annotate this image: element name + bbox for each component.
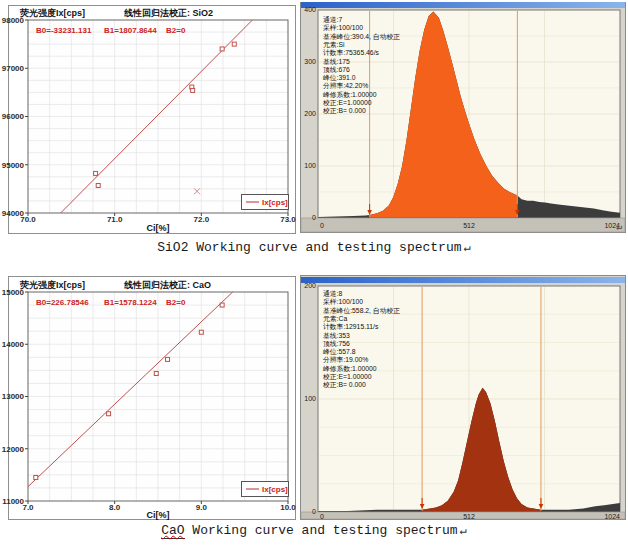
spectrum-info-line: 基准峰位:390.4, 自动校正: [323, 33, 400, 41]
coefficient-b2: B2=0: [166, 298, 186, 307]
spectrum-info-line: 顶线:756: [323, 340, 350, 348]
title-bar: [301, 2, 625, 8]
spectrum-info-line: 元素:Ca: [323, 315, 347, 322]
sio2-working-curve-panel: 70.071.072.073.0940009500096000970009800…: [8, 5, 296, 234]
y-tick-label: 11000: [2, 497, 24, 506]
spectrum-info-line: 元素:Si: [323, 41, 345, 48]
y-tick-label: 12000: [2, 445, 25, 454]
spectrum-info-line: 采样:100/100: [323, 24, 363, 31]
data-point: [166, 357, 170, 361]
paragraph-return-mark: ↵: [460, 524, 467, 538]
cao-testing-spectrum-panel: 051210240100200通道:8采样:100/100基准峰位:558.2,…: [300, 275, 626, 520]
x-axis-label: Ci[%]: [147, 223, 170, 233]
spectrum-info-line: 分辨率:42.20%: [323, 82, 368, 89]
spectrum-info-line: 校正:B= 0.000: [322, 381, 366, 389]
caption-cao-word: CaO: [161, 523, 184, 539]
x-tick-label: 0: [320, 513, 324, 520]
spectrum-info-line: 校正:B= 0.000: [322, 107, 366, 115]
spectrum-info-line: 采样:100/100: [323, 298, 363, 305]
y-tick-label: 100: [304, 395, 316, 402]
coefficient-b0: B0=226.78546: [36, 298, 89, 307]
spectrum-info-line: 峰修系数:1.00000: [323, 91, 377, 99]
data-point: [220, 47, 224, 51]
spectrum-info-line: 顶线:676: [323, 66, 350, 74]
data-point: [191, 88, 195, 92]
caption-cao: CaO Working curve and testing spectrum↵: [0, 523, 628, 538]
cao-spectrum-chart: 051210240100200通道:8采样:100/100基准峰位:558.2,…: [300, 275, 626, 520]
cao-spectrum-render: 051210240100200通道:8采样:100/100基准峰位:558.2,…: [301, 276, 626, 520]
caption-cao-text: Working curve and testing spectrum: [185, 523, 458, 538]
data-point: [232, 42, 236, 46]
legend-label: Ix[cps]: [262, 198, 288, 207]
x-tick-label: 512: [463, 222, 475, 229]
spectrum-info-line: 峰位:557.8: [323, 348, 356, 355]
spectrum-info-line: 峰修系数:1.00000: [323, 365, 377, 373]
cao-working-curve-chart: 7.08.09.010.01100012000130001400015000 荧…: [8, 276, 296, 520]
y-axis-title: 荧光强度Ix[cps]: [19, 280, 85, 290]
y-tick-label: 0: [312, 214, 316, 221]
coefficient-b1: B1=1578.1224: [104, 298, 157, 307]
data-point: [94, 171, 98, 175]
x-tick-label: 1024: [604, 513, 620, 520]
coefficient-b0: B0=-33231.131: [36, 26, 92, 35]
x-tick-label: 72.0: [194, 215, 210, 224]
spectrum-info-line: 计数率:12915.11/s: [323, 323, 379, 330]
sio2-working-curve-chart: 70.071.072.073.0940009500096000970009800…: [8, 5, 296, 234]
y-tick-label: 97000: [2, 64, 25, 73]
sio2-spectrum-chart: 051210240100200300400通道:7采样:100/100基准峰位:…: [300, 2, 626, 233]
x-tick-label: 512: [463, 513, 475, 520]
y-tick-label: 0: [312, 508, 316, 515]
spectrum-info-line: 计数率:75365.46/s: [323, 49, 380, 56]
calibration-method-title: 线性回归法校正: CaO: [123, 280, 211, 290]
spectrum-info-line: 峰位:391.0: [323, 74, 356, 81]
coefficient-b2: B2=0: [166, 26, 186, 35]
spectrum-info-line: 分辨率:19.00%: [323, 356, 368, 363]
y-axis-title: 荧光强度Ix[cps]: [19, 8, 85, 18]
y-tick-label: 95000: [2, 161, 25, 170]
x-tick-label: 0: [320, 222, 324, 229]
y-tick-label: 300: [304, 58, 316, 65]
title-bar: [301, 277, 625, 283]
coefficient-b1: B1=1807.8644: [104, 26, 157, 35]
cao-working-curve-panel: 7.08.09.010.01100012000130001400015000 荧…: [8, 276, 296, 520]
x-axis-label: Ci[%]: [147, 510, 170, 520]
spectrum-info-line: 基准峰位:558.2, 自动校正: [323, 307, 400, 315]
y-tick-label: 94000: [2, 209, 25, 218]
x-tick-label: 73.0: [280, 215, 296, 224]
spectrum-info-line: 基线:175: [323, 58, 350, 65]
caption-sio2-text: SiO2 Working curve and testing spectrum: [157, 240, 461, 255]
data-point: [34, 475, 38, 479]
y-tick-label: 400: [304, 6, 316, 13]
x-tick-label: 71.0: [107, 215, 123, 224]
x-tick-label: 8.0: [109, 503, 121, 512]
y-tick-label: 200: [304, 282, 316, 289]
data-point: [96, 183, 100, 187]
data-point: [154, 372, 158, 376]
spectrum-info-line: 基线:353: [323, 332, 350, 339]
y-tick-label: 200: [304, 110, 316, 117]
caption-sio2: SiO2 Working curve and testing spectrum↵: [0, 240, 628, 255]
spectrum-info-line: 校正:E=1.00000: [322, 99, 372, 107]
sio2-spectrum-render: 051210240100200300400通道:7采样:100/100基准峰位:…: [301, 2, 626, 233]
x-tick-label: 9.0: [196, 503, 208, 512]
calibration-method-title: 线性回归法校正: SiO2: [123, 8, 213, 18]
paragraph-return-mark: ↵: [464, 241, 471, 255]
floating-return-mark: ↵: [616, 221, 622, 233]
y-tick-label: 100: [304, 162, 316, 169]
spectrum-info-line: 通道:8: [323, 289, 342, 297]
data-point: [220, 303, 224, 307]
page: 70.071.072.073.0940009500096000970009800…: [0, 0, 628, 554]
x-tick-label: 10.0: [280, 503, 296, 512]
legend-label: Ix[cps]: [262, 485, 288, 494]
data-point: [199, 330, 203, 334]
x-tick-label: 7.0: [22, 503, 34, 512]
sio2-testing-spectrum-panel: 051210240100200300400通道:7采样:100/100基准峰位:…: [300, 2, 626, 233]
y-tick-label: 96000: [2, 112, 25, 121]
y-tick-label: 13000: [2, 392, 25, 401]
data-point: [107, 412, 111, 416]
y-tick-label: 14000: [2, 340, 25, 349]
spectrum-info-line: 通道:7: [323, 15, 342, 23]
spectrum-info-line: 校正:E=1.00000: [322, 373, 372, 381]
